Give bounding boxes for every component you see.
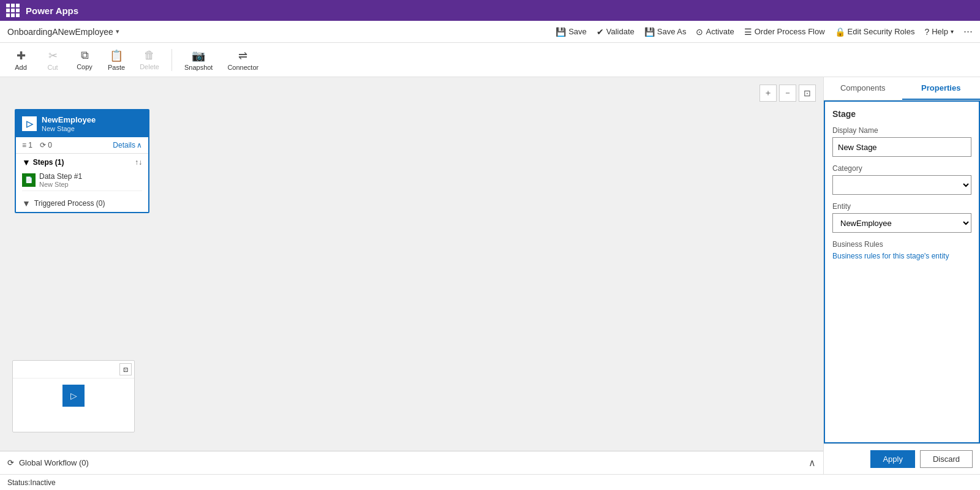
- top-bar: Power Apps: [0, 0, 980, 21]
- step-name: Data Step #1: [39, 172, 82, 181]
- cut-label: Cut: [47, 64, 58, 71]
- app-title: Power Apps: [26, 6, 78, 16]
- status-label: Status:: [7, 478, 30, 487]
- global-workflow-label: Global Workflow (0): [19, 458, 89, 467]
- mini-card-expand-button[interactable]: ⊡: [119, 363, 132, 375]
- delete-button[interactable]: 🗑 Delete: [135, 47, 164, 73]
- app-name: OnboardingANewEmployee: [7, 27, 113, 37]
- business-rules-link[interactable]: Business rules for this stage's entity: [832, 252, 949, 260]
- display-name-input[interactable]: [832, 137, 971, 157]
- stage-name: NewEmployee: [42, 115, 96, 125]
- help-action[interactable]: ? Help ▾: [924, 27, 954, 37]
- edit-security-roles-action[interactable]: 🔒 Edit Security Roles: [835, 27, 915, 37]
- global-workflow-spin-icon: ⟳: [7, 458, 14, 467]
- save-label: Save: [568, 27, 587, 36]
- app-name-container[interactable]: OnboardingANewEmployee ▾: [7, 27, 119, 37]
- copy-button[interactable]: ⧉ Copy: [71, 47, 98, 73]
- save-action[interactable]: 💾 Save: [556, 27, 587, 37]
- panel-content: Stage Display Name Category Entity NewEm…: [824, 100, 980, 443]
- details-label: Details: [113, 141, 135, 149]
- order-process-flow-icon: ☰: [744, 27, 752, 37]
- mini-card[interactable]: ⊡ ▷: [12, 360, 135, 432]
- save-as-label: Save As: [657, 27, 687, 36]
- save-as-action[interactable]: 💾 Save As: [644, 27, 687, 37]
- business-rules-title: Business Rules: [832, 240, 971, 249]
- zoom-controls: ＋ － ⊡: [760, 85, 816, 102]
- paste-button[interactable]: 📋 Paste: [103, 47, 130, 74]
- apply-button[interactable]: Apply: [870, 450, 915, 468]
- stage-card[interactable]: ▷ NewEmployee New Stage ≡ 1 ⟳ 0 Details …: [15, 109, 149, 213]
- sub-header-actions: 💾 Save ✔ Validate 💾 Save As ⊙ Activate ☰…: [556, 25, 973, 38]
- paste-label: Paste: [108, 64, 125, 71]
- connector-label: Connector: [227, 64, 258, 71]
- status-bar: Status: Inactive: [0, 474, 980, 490]
- toolbar-divider: [172, 49, 172, 71]
- panel-footer: Apply Discard: [824, 443, 980, 474]
- entity-select[interactable]: NewEmployee: [832, 213, 971, 233]
- stage-icon: ▷: [22, 116, 37, 131]
- global-workflow-bar: ⟳ Global Workflow (0) ∧: [0, 451, 823, 474]
- zoom-in-button[interactable]: ＋: [760, 85, 777, 102]
- triggered-label: Triggered Process (0): [34, 199, 105, 208]
- canvas[interactable]: ＋ － ⊡ ▷ NewEmployee New Stage ≡ 1 ⟳ 0 De…: [0, 77, 823, 474]
- panel-section-title: Stage: [832, 109, 971, 119]
- steps-header: ▼ Steps (1) ↑↓: [22, 157, 142, 167]
- toolbar: ✚ Add ✂ Cut ⧉ Copy 📋 Paste 🗑 Delete 📷 Sn…: [0, 43, 980, 77]
- more-button[interactable]: ···: [963, 25, 973, 38]
- zoom-fit-button[interactable]: ⊡: [799, 85, 816, 102]
- stage-name-container: NewEmployee New Stage: [42, 115, 96, 132]
- tab-components-label: Components: [840, 83, 886, 92]
- stage-meta: ≡ 1 ⟳ 0 Details ∧: [16, 137, 148, 154]
- snapshot-label: Snapshot: [184, 64, 213, 71]
- snapshot-icon: 📷: [192, 49, 205, 62]
- details-chevron: ∧: [137, 141, 142, 149]
- connector-button[interactable]: ⇌ Connector: [222, 47, 263, 74]
- cut-icon: ✂: [48, 49, 58, 62]
- category-select[interactable]: [832, 175, 971, 195]
- delete-icon: 🗑: [144, 49, 155, 62]
- connectors-count: ⟳ 0: [40, 141, 52, 149]
- global-workflow-collapse-button[interactable]: ∧: [809, 457, 816, 469]
- step-text-container: Data Step #1 New Step: [39, 172, 82, 188]
- validate-action[interactable]: ✔ Validate: [597, 27, 635, 37]
- save-as-icon: 💾: [644, 27, 655, 37]
- entity-label: Entity: [832, 202, 971, 211]
- cut-button[interactable]: ✂ Cut: [39, 47, 66, 74]
- details-button[interactable]: Details ∧: [113, 141, 142, 149]
- edit-security-roles-label: Edit Security Roles: [848, 27, 915, 36]
- add-button[interactable]: ✚ Add: [7, 47, 34, 74]
- step-item[interactable]: 📄 Data Step #1 New Step: [22, 170, 142, 191]
- snapshot-button[interactable]: 📷 Snapshot: [179, 47, 217, 74]
- activate-label: Activate: [706, 27, 734, 36]
- steps-label: Steps (1): [33, 158, 64, 167]
- steps-arrows: ↑↓: [135, 158, 142, 167]
- zoom-out-button[interactable]: －: [779, 85, 796, 102]
- connector-icon: ⇌: [238, 49, 247, 62]
- tab-properties-label: Properties: [921, 83, 960, 92]
- activate-action[interactable]: ⊙ Activate: [696, 27, 734, 37]
- help-chevron: ▾: [951, 28, 954, 35]
- apps-icon[interactable]: [6, 4, 20, 17]
- mini-card-icon: ▷: [62, 385, 85, 407]
- app-name-chevron[interactable]: ▾: [116, 28, 119, 36]
- validate-icon: ✔: [597, 27, 604, 37]
- stage-header: ▷ NewEmployee New Stage: [16, 110, 148, 137]
- activate-icon: ⊙: [696, 27, 703, 37]
- display-name-label: Display Name: [832, 126, 971, 135]
- discard-button[interactable]: Discard: [920, 450, 973, 468]
- order-process-flow-action[interactable]: ☰ Order Process Flow: [744, 27, 825, 37]
- steps-section: ▼ Steps (1) ↑↓ 📄 Data Step #1 New Step: [16, 154, 148, 195]
- right-panel: Components Properties Stage Display Name…: [823, 77, 980, 474]
- steps-count-icon: ≡ 1: [22, 141, 32, 149]
- global-workflow-content: ⟳ Global Workflow (0): [7, 458, 89, 467]
- help-label: Help: [932, 27, 948, 36]
- triggered-section: ▼ Triggered Process (0): [16, 195, 148, 212]
- steps-arrow-icon: ▼: [22, 157, 31, 167]
- delete-label: Delete: [140, 63, 159, 70]
- add-icon: ✚: [17, 49, 26, 62]
- status-value: Inactive: [30, 478, 55, 487]
- help-icon: ?: [924, 27, 929, 37]
- tab-properties[interactable]: Properties: [902, 77, 981, 100]
- edit-security-roles-icon: 🔒: [835, 27, 845, 37]
- tab-components[interactable]: Components: [824, 77, 902, 100]
